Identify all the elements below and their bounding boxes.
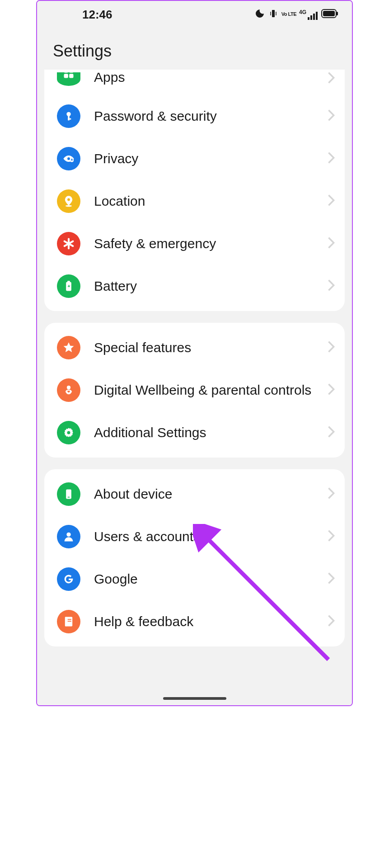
svg-rect-30 — [68, 619, 71, 620]
device-icon — [57, 482, 80, 506]
google-icon — [57, 567, 80, 591]
svg-rect-6 — [323, 11, 335, 16]
chevron-right-icon — [327, 425, 336, 440]
settings-item-privacy[interactable]: Privacy — [44, 137, 345, 180]
settings-item-safety-emergency[interactable]: Safety & emergency — [44, 222, 345, 265]
item-label: Digital Wellbeing & parental controls — [94, 382, 327, 399]
svg-rect-14 — [68, 118, 71, 119]
svg-rect-3 — [313, 14, 315, 20]
svg-rect-11 — [69, 74, 73, 78]
item-label: Apps — [94, 70, 327, 86]
item-label: About device — [94, 486, 327, 503]
device-frame: 12:46 Vo LTE 4G Settings — [37, 1, 352, 705]
chevron-right-icon — [327, 151, 336, 166]
status-time: 12:46 — [82, 8, 112, 22]
svg-rect-0 — [272, 10, 275, 17]
settings-item-location[interactable]: Location — [44, 180, 345, 222]
settings-item-google[interactable]: Google — [44, 558, 345, 600]
svg-point-27 — [66, 532, 70, 536]
nav-handle[interactable] — [163, 697, 226, 700]
battery-icon — [321, 9, 338, 20]
chevron-right-icon — [327, 614, 336, 629]
book-icon — [57, 610, 80, 633]
dnd-moon-icon — [254, 8, 265, 21]
chevron-right-icon — [327, 109, 336, 123]
settings-item-users-accounts[interactable]: Users & accounts — [44, 515, 345, 558]
asterisk-icon — [57, 232, 80, 255]
chevron-right-icon — [327, 383, 336, 397]
key-icon — [57, 104, 80, 128]
svg-point-23 — [67, 386, 70, 389]
settings-group-about: About device Users & accounts Google — [44, 469, 345, 646]
chevron-right-icon — [327, 529, 336, 544]
page-title: Settings — [53, 42, 338, 61]
settings-content[interactable]: Apps Password & security Privacy — [37, 70, 352, 692]
eye-icon — [57, 147, 80, 170]
volte-icon: Vo LTE — [281, 12, 296, 17]
item-label: Privacy — [94, 150, 327, 167]
chevron-right-icon — [327, 279, 336, 293]
status-icons: Vo LTE 4G — [254, 8, 338, 21]
svg-rect-1 — [308, 17, 309, 20]
chevron-right-icon — [327, 487, 336, 501]
network-icon: 4G — [299, 9, 319, 20]
heart-person-icon — [57, 378, 80, 402]
svg-rect-8 — [64, 72, 68, 73]
item-label: Users & accounts — [94, 528, 327, 545]
item-label: Password & security — [94, 108, 327, 125]
svg-rect-9 — [69, 72, 73, 73]
apps-icon — [57, 72, 80, 86]
star-icon — [57, 336, 80, 359]
item-label: Safety & emergency — [94, 235, 327, 252]
item-label: Additional Settings — [94, 424, 327, 441]
status-bar: 12:46 Vo LTE 4G — [37, 1, 352, 28]
svg-rect-29 — [65, 617, 67, 626]
svg-point-20 — [66, 205, 72, 207]
settings-item-about-device[interactable]: About device — [44, 473, 345, 515]
svg-rect-22 — [67, 281, 70, 283]
svg-rect-26 — [68, 496, 70, 497]
svg-point-19 — [67, 198, 70, 201]
chevron-right-icon — [327, 340, 336, 355]
person-icon — [57, 525, 80, 548]
settings-item-help-feedback[interactable]: Help & feedback — [44, 600, 345, 643]
item-label: Google — [94, 571, 327, 588]
settings-group-features: Special features Digital Wellbeing & par… — [44, 323, 345, 458]
settings-item-battery[interactable]: Battery — [44, 265, 345, 307]
item-label: Special features — [94, 339, 327, 356]
location-icon — [57, 189, 80, 213]
chevron-right-icon — [327, 194, 336, 208]
svg-point-24 — [67, 431, 70, 434]
svg-rect-13 — [68, 115, 70, 120]
svg-rect-2 — [310, 15, 312, 20]
settings-item-special-features[interactable]: Special features — [44, 326, 345, 369]
settings-item-digital-wellbeing[interactable]: Digital Wellbeing & parental controls — [44, 369, 345, 411]
settings-group-security: Apps Password & security Privacy — [44, 70, 345, 311]
svg-rect-4 — [316, 12, 318, 20]
battery-bolt-icon — [57, 274, 80, 298]
item-label: Help & feedback — [94, 613, 327, 630]
item-label: Battery — [94, 278, 327, 295]
gear-icon — [57, 421, 80, 444]
chevron-right-icon — [327, 572, 336, 586]
svg-rect-10 — [64, 74, 68, 78]
settings-item-apps[interactable]: Apps — [44, 70, 345, 95]
nav-bar — [37, 692, 352, 705]
item-label: Location — [94, 193, 327, 210]
svg-point-15 — [67, 157, 70, 160]
vibrate-icon — [268, 8, 279, 21]
chevron-right-icon — [327, 71, 336, 86]
chevron-right-icon — [327, 236, 336, 251]
settings-item-password-security[interactable]: Password & security — [44, 95, 345, 137]
svg-rect-7 — [337, 12, 338, 15]
settings-item-additional-settings[interactable]: Additional Settings — [44, 411, 345, 454]
page-header: Settings — [37, 28, 352, 70]
svg-rect-31 — [68, 621, 71, 622]
